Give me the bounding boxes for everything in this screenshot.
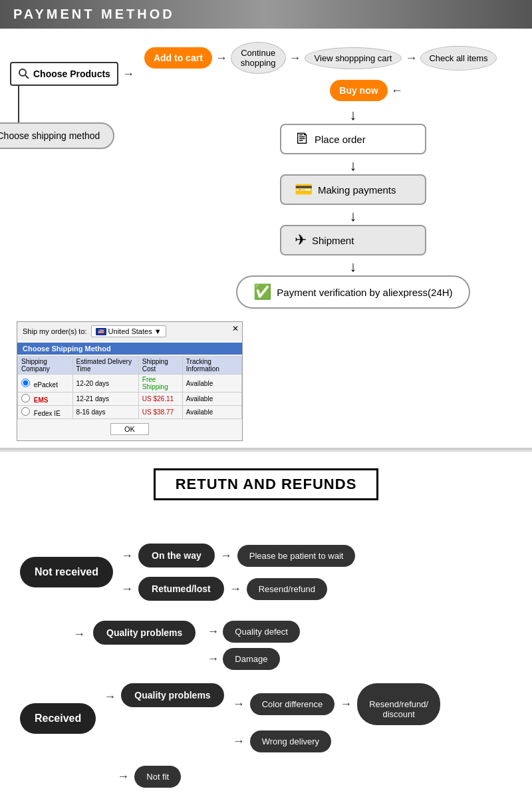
us-flag: 🇺🇸 xyxy=(96,328,106,335)
arrow-nf: → xyxy=(117,770,129,784)
svg-point-0 xyxy=(19,69,26,76)
shipment-box: ✈ Shipment xyxy=(280,225,426,255)
color-difference-row: → Color difference → Resend/refund/ disc… xyxy=(233,683,440,725)
table-row[interactable]: Fedex IE 8-16 days US $38.77 Available xyxy=(18,406,242,419)
dropdown-arrow: ▼ xyxy=(154,327,162,335)
arrow-down-2: ↓ xyxy=(184,157,522,174)
col-tracking: Tracking Information xyxy=(182,357,241,375)
arrow-cd2: → xyxy=(340,697,352,711)
received-group: Received → Quality problems → Color diff… xyxy=(20,683,512,788)
payment-verify-row: ✅ Payment verification by aliexpress(24H… xyxy=(184,275,522,309)
country-select[interactable]: 🇺🇸 United States ▼ xyxy=(91,325,166,337)
wrong-delivery-row: → Wrong delivery xyxy=(233,730,440,752)
table-row[interactable]: EMS 12-21 days US $26.11 Available xyxy=(18,393,242,406)
left-column: Choose Products → ↓ Choose shipping meth… xyxy=(10,62,134,149)
choose-shipping-oval[interactable]: Choose shipping method xyxy=(0,122,114,149)
shipment-icon: ✈ xyxy=(295,232,307,249)
quality-sub-right: → Color difference → Resend/refund/ disc… xyxy=(233,683,440,752)
row-radio-3[interactable] xyxy=(21,407,30,416)
choose-products-box[interactable]: Choose Products xyxy=(10,62,118,86)
place-order-icon: 🖹 xyxy=(295,130,309,148)
not-received-oval: Not received xyxy=(20,557,113,587)
not-received-branches: → On the way → Please be patient to wait… xyxy=(121,544,355,601)
col-cost: Shipping Cost xyxy=(138,357,182,375)
arrow-wd: → xyxy=(233,734,245,748)
shipping-method-row: ↓ Choose shipping method xyxy=(0,122,114,149)
not-fit-branch: → Not fit xyxy=(117,766,440,788)
making-payments-row: 💳 Making payments xyxy=(184,174,522,205)
col-delivery: Estimated Delivery Time xyxy=(72,357,138,375)
returns-section: RETUTN AND REFUNDS Not received → On the… xyxy=(0,452,532,799)
arrow-damage: → xyxy=(207,652,219,666)
not-received-group: Not received → On the way → Please be pa… xyxy=(20,544,512,601)
ok-button[interactable]: OK xyxy=(110,423,149,435)
place-order-row: 🖹 Place order xyxy=(184,124,522,154)
dialog-close-button[interactable]: ✕ xyxy=(232,324,239,333)
arrow-branch-2: → xyxy=(121,582,133,596)
color-difference-oval: Color difference xyxy=(250,693,335,715)
buy-now-row: Buy now ← xyxy=(211,80,522,101)
ship-to-row: Ship my order(s) to: 🇺🇸 United States ▼ xyxy=(17,322,242,341)
arrow-rq: → xyxy=(104,690,116,704)
arrow-down-3: ↓ xyxy=(184,208,522,225)
quality-defect-oval: Quality defect xyxy=(223,621,300,643)
continue-shopping-oval[interactable]: Continue shopping xyxy=(231,42,286,74)
svg-line-1 xyxy=(25,75,29,79)
view-cart-oval[interactable]: View shoppping cart xyxy=(305,47,402,69)
right-flow-area: Add to cart → Continue shopping → View s… xyxy=(144,42,522,311)
row-radio-1[interactable] xyxy=(21,379,30,387)
wrong-delivery-oval: Wrong delivery xyxy=(250,730,331,752)
not-fit-oval: Not fit xyxy=(134,766,181,788)
arrow-qd: → xyxy=(207,625,219,639)
shipment-row: ✈ Shipment xyxy=(184,225,522,255)
arrow-down-4: ↓ xyxy=(184,258,522,275)
add-to-cart-button[interactable]: Add to cart xyxy=(144,47,212,69)
making-payments-box: 💳 Making payments xyxy=(280,174,426,205)
arrow-qp-top: → xyxy=(73,627,85,641)
return-title-wrapper: RETUTN AND REFUNDS xyxy=(20,468,512,520)
col-company: Shipping Company xyxy=(18,357,73,375)
shipping-method-title: Choose Shipping Method xyxy=(17,343,242,355)
be-patient-oval: Please be patient to wait xyxy=(237,545,356,567)
place-order-box: 🖹 Place order xyxy=(280,124,426,154)
arrow-branch-1b: → xyxy=(220,549,232,563)
arrow-2: → xyxy=(289,51,301,65)
on-the-way-oval: On the way xyxy=(138,544,215,567)
buy-now-button[interactable]: Buy now xyxy=(330,80,387,101)
quality-problems-oval-bottom: Quality problems xyxy=(121,683,223,707)
returned-lost-branch: → Retumed/lost → Resend/refund xyxy=(121,577,355,601)
shipping-dialog: ✕ Ship my order(s) to: 🇺🇸 United States … xyxy=(17,321,243,441)
arrow-1: → xyxy=(215,51,227,65)
arrow-buynow: ← xyxy=(391,84,403,98)
vertical-connector xyxy=(18,86,19,122)
shipping-dialog-area: ✕ Ship my order(s) to: 🇺🇸 United States … xyxy=(10,321,522,441)
resend-refund-discount-oval: Resend/refund/ discount xyxy=(357,683,440,725)
verify-icon: ✅ xyxy=(253,283,271,301)
quality-defect-row: → Quality defect xyxy=(207,621,300,643)
return-title-box: RETUTN AND REFUNDS xyxy=(154,468,379,500)
arrow-cd: → xyxy=(233,697,245,711)
resend-refund-oval: Resend/refund xyxy=(247,578,327,600)
arrow-right-1: → xyxy=(122,67,134,81)
received-quality-branch: → Quality problems → Color difference → … xyxy=(104,683,440,752)
shipping-table: Shipping Company Estimated Delivery Time… xyxy=(17,356,242,419)
quality-problems-oval-top: Quality problems xyxy=(93,621,196,645)
table-row[interactable]: ePacket 12-20 days Free Shipping Availab… xyxy=(18,375,242,393)
arrow-branch-1: → xyxy=(121,549,133,563)
returned-lost-oval: Retumed/lost xyxy=(138,577,224,601)
payment-header: PAYMENT METHOD xyxy=(0,0,532,29)
quality-problems-top-group: → Quality problems → Quality defect → Da… xyxy=(73,621,512,670)
quality-sub-items: → Quality defect → Damage xyxy=(207,621,300,670)
search-icon xyxy=(18,68,30,80)
received-branches: → Quality problems → Color difference → … xyxy=(104,683,440,788)
damage-oval: Damage xyxy=(223,648,279,670)
payment-verify-box: ✅ Payment verification by aliexpress(24H… xyxy=(236,275,469,309)
damage-row: → Damage xyxy=(207,648,300,670)
check-all-oval[interactable]: Check all items xyxy=(420,46,496,71)
row-radio-2[interactable] xyxy=(21,394,30,402)
top-flow-row: Add to cart → Continue shopping → View s… xyxy=(144,42,522,74)
received-oval: Received xyxy=(20,703,96,734)
arrow-3: → xyxy=(405,51,417,65)
arrow-down-1: ↓ xyxy=(184,106,522,124)
on-the-way-branch: → On the way → Please be patient to wait xyxy=(121,544,355,567)
